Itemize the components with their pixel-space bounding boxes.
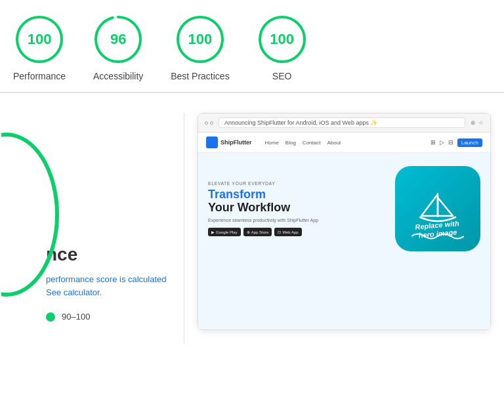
score-value-accessibility: 96 [110, 31, 126, 48]
browser-icon-star: ☆ [478, 119, 484, 126]
score-value-performance: 100 [28, 31, 52, 48]
google-play-btn[interactable]: ▶ Google Play [208, 228, 241, 236]
app-store-btn[interactable]: ⊕ App Store [243, 228, 272, 236]
site-headline: Transform [208, 188, 385, 201]
site-content: ShipFlutter Home Blog Contact About ⊞ ▷ … [198, 133, 490, 329]
google-play-icon: ▶ [211, 230, 215, 234]
browser-url-bar: Announcing ShipFlutter for Android, iOS … [219, 117, 465, 128]
nav-dot-back [205, 121, 208, 125]
browser-nav-dots [205, 121, 213, 125]
google-play-label: Google Play [216, 230, 238, 234]
score-circle-performance: 100 [13, 13, 66, 66]
web-app-label: Web App [282, 230, 298, 234]
score-item-accessibility: 96 Accessibility [92, 13, 144, 81]
logo-icon [206, 136, 218, 148]
score-label-accessibility: Accessibility [93, 71, 143, 81]
nav-contact: Contact [303, 140, 321, 146]
score-circle-accessibility: 96 [92, 13, 144, 66]
launch-button[interactable]: Launch [457, 138, 482, 147]
score-legend: 90–100 [46, 312, 171, 322]
left-panel: nce performance score is calculated See … [0, 113, 184, 343]
site-subheadline: Your Workflow [208, 201, 385, 215]
hero-image-placeholder: Replace with hero image [395, 166, 480, 251]
score-value-best-practices: 100 [188, 31, 213, 48]
browser-bar: Announcing ShipFlutter for Android, iOS … [198, 114, 490, 133]
nav-icon-1: ⊞ [430, 139, 436, 146]
legend-range-label: 90–100 [62, 312, 90, 322]
nav-about: About [327, 140, 341, 146]
legend-green-dot [46, 312, 55, 322]
site-buttons: ▶ Google Play ⊕ App Store ⊡ Web App [208, 228, 385, 236]
site-header: ShipFlutter Home Blog Contact About ⊞ ▷ … [198, 133, 490, 153]
web-app-icon: ⊡ [278, 230, 281, 234]
browser-mockup: Announcing ShipFlutter for Android, iOS … [198, 113, 491, 330]
nav-blog: Blog [285, 140, 296, 146]
performance-description: performance score is calculated See calc… [46, 273, 171, 299]
score-value-seo: 100 [270, 31, 294, 48]
hero-replace-text: Replace with hero image [415, 219, 460, 240]
nav-icon-2: ▷ [440, 139, 444, 146]
app-store-icon: ⊕ [247, 230, 250, 234]
app-store-label: App Store [251, 230, 269, 234]
lower-section: nce performance score is calculated See … [0, 93, 504, 343]
score-item-best-practices: 100 Best Practices [171, 13, 229, 81]
site-body: ELEVATE YOUR EVERYDAY Transform Your Wor… [198, 153, 490, 264]
site-nav: Home Blog Contact About [265, 140, 417, 146]
score-label-best-practices: Best Practices [171, 71, 229, 81]
nav-home: Home [265, 140, 279, 146]
nav-icon-3: ⊟ [448, 139, 453, 146]
score-circle-seo: 100 [256, 13, 308, 66]
section-title: nce [46, 244, 171, 265]
svg-marker-8 [421, 194, 438, 216]
logo-text: ShipFlutter [220, 139, 252, 146]
score-item-performance: 100 Performance [13, 13, 66, 81]
score-circle-best-practices: 100 [174, 13, 226, 66]
site-logo: ShipFlutter [206, 136, 252, 148]
nav-dot-forward [210, 121, 213, 125]
score-label-performance: Performance [13, 71, 66, 81]
svg-marker-9 [438, 198, 453, 216]
site-nav-right: ⊞ ▷ ⊟ Launch [430, 138, 482, 147]
web-app-btn[interactable]: ⊡ Web App [274, 228, 301, 236]
site-body-left: ELEVATE YOUR EVERYDAY Transform Your Wor… [208, 181, 385, 237]
score-label-seo: SEO [272, 71, 292, 81]
calculator-link[interactable]: See calculator. [46, 287, 102, 297]
site-description: Experience seamless productivity with Sh… [208, 218, 385, 222]
score-item-seo: 100 SEO [256, 13, 308, 81]
right-panel: Announcing ShipFlutter for Android, iOS … [184, 113, 504, 343]
browser-icon-share: ⊕ [471, 119, 476, 126]
scores-section: 100 Performance 96 Accessibility 100 Bes… [0, 0, 504, 93]
site-tagline: ELEVATE YOUR EVERYDAY [208, 181, 385, 186]
